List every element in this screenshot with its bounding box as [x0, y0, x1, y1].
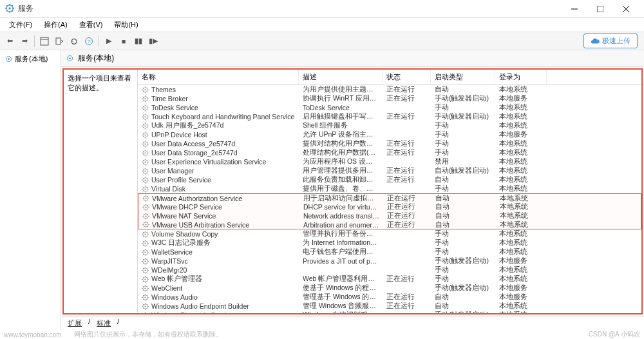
service-row[interactable]: VMware NAT ServiceNetwork address transl…: [138, 211, 641, 220]
svg-point-18: [144, 98, 146, 99]
service-startup: 自动: [431, 85, 495, 94]
service-logon: 本地系统: [495, 302, 547, 311]
service-row[interactable]: Windows Biometric ServiceWindows 生物识别服务.…: [138, 311, 641, 313]
svg-point-16: [144, 89, 146, 90]
service-name: Windows Audio: [138, 293, 299, 301]
content-body: 选择一个项目来查看它的描述。 名称 描述 状态 启动类型 登录为 Themes为…: [62, 68, 643, 315]
show-hide-button[interactable]: [37, 34, 52, 48]
service-row[interactable]: Volume Shadow Copy管理并执行用于备份和其...手动本地系统: [138, 229, 641, 238]
service-startup: 手动: [431, 148, 495, 157]
service-name: Themes: [138, 86, 299, 93]
service-row[interactable]: User Profile Service此服务负责加载和卸载用...正在运行自动…: [138, 175, 641, 184]
gear-icon: [142, 312, 149, 314]
svg-point-34: [144, 170, 146, 171]
restart-button[interactable]: ▮▶: [146, 34, 160, 48]
service-row[interactable]: Web 帐户管理器Web 帐户管理器利用此...正在运行手动本地系统: [138, 275, 641, 284]
service-row[interactable]: WDelMgr20手动本地系统: [138, 266, 641, 275]
service-startup: 手动: [431, 139, 495, 148]
help-button[interactable]: ?: [82, 34, 96, 48]
menu-view[interactable]: 查看(V): [74, 19, 108, 31]
service-desc: 启用触摸键盘和手写面板...: [299, 112, 383, 121]
service-desc: 电子钱包客户端使用的主...: [299, 247, 383, 257]
gear-icon: [142, 186, 149, 193]
minimize-button[interactable]: [562, 0, 587, 18]
column-name[interactable]: 名称: [138, 70, 299, 84]
service-row[interactable]: VMware Authorization Service用于启动和访问虚拟机的.…: [138, 193, 641, 202]
service-row[interactable]: WarpJITSvcProvides a JIT out of pro...手动…: [138, 257, 641, 266]
service-startup: 手动: [431, 121, 495, 130]
service-row[interactable]: Time Broker协调执行 WinRT 应用程...正在运行手动(触发器启动…: [138, 94, 641, 103]
service-status: 正在运行: [383, 293, 431, 302]
list-header: 名称 描述 状态 启动类型 登录为: [138, 70, 641, 85]
window-title: 服务: [18, 3, 33, 14]
maximize-button[interactable]: [587, 0, 613, 18]
service-logon: 本地系统: [496, 202, 547, 211]
service-row[interactable]: Themes为用户提供使用主题管理...正在运行自动本地系统: [138, 85, 641, 94]
service-logon: 本地系统: [495, 148, 547, 157]
service-row[interactable]: VMware USB Arbitration ServiceArbitratio…: [138, 220, 641, 229]
column-status[interactable]: 状态: [383, 70, 431, 84]
menubar: 文件(F) 操作(A) 查看(V) 帮助(H): [0, 18, 644, 32]
service-list[interactable]: 名称 描述 状态 启动类型 登录为 Themes为用户提供使用主题管理...正在…: [138, 70, 641, 313]
close-button[interactable]: [613, 0, 639, 18]
gear-icon: [142, 213, 149, 220]
content-header: 服务(本地): [61, 50, 644, 67]
tab-standard[interactable]: 标准: [94, 318, 113, 329]
upload-button[interactable]: 极速上传: [583, 34, 638, 48]
service-startup: 手动: [431, 266, 495, 275]
service-desc: 协调执行 WinRT 应用程...: [299, 94, 383, 103]
column-logon[interactable]: 登录为: [495, 70, 547, 84]
service-logon: 本地服务: [495, 257, 547, 266]
service-row[interactable]: UPnP Device Host允许 UPnP 设备宿主在此...手动本地服务: [138, 130, 641, 139]
service-row[interactable]: Touch Keyboard and Handwriting Panel Ser…: [138, 112, 641, 121]
refresh-button[interactable]: [67, 34, 81, 48]
service-row[interactable]: User Manager用户管理器提供多用户交...正在运行自动(触发器启动)本…: [138, 166, 641, 175]
service-row[interactable]: Udk 用户服务_2e5747dShell 组件服务手动本地系统: [138, 121, 641, 130]
service-status: 正在运行: [383, 220, 431, 229]
service-desc: 管理基于 Windows 的程...: [299, 293, 383, 302]
service-desc: Provides a JIT out of pro...: [299, 257, 383, 265]
service-logon: 本地系统: [495, 121, 547, 130]
gear-icon: [142, 86, 149, 93]
service-desc: 为 Internet Information S...: [299, 238, 383, 247]
service-status: 正在运行: [383, 194, 431, 203]
service-desc: 为用户提供使用主题管理...: [299, 85, 383, 94]
service-row[interactable]: Windows Audio Endpoint Builder管理 Windows…: [138, 302, 641, 311]
gear-icon: [142, 303, 149, 310]
service-startup: 自动(触发器启动): [431, 166, 495, 175]
service-row[interactable]: W3C 日志记录服务为 Internet Information S...手动本…: [138, 238, 641, 247]
forward-button[interactable]: ➡: [17, 34, 32, 48]
menu-file[interactable]: 文件(F): [4, 19, 37, 31]
service-desc: Web 帐户管理器利用此...: [299, 275, 383, 284]
service-desc: 用于启动和访问虚拟机的...: [299, 194, 383, 203]
export-button[interactable]: [52, 34, 66, 48]
service-row[interactable]: User Data Storage_2e5747d处理结构化用户数据(包...正…: [138, 148, 641, 157]
gear-icon: [142, 195, 149, 202]
service-name: W3C 日志记录服务: [138, 238, 299, 247]
pause-button[interactable]: ▮▮: [131, 34, 146, 48]
column-description[interactable]: 描述: [299, 70, 383, 84]
stop-button[interactable]: ■: [117, 34, 131, 48]
menu-operation[interactable]: 操作(A): [39, 19, 73, 31]
service-startup: 手动: [431, 238, 495, 247]
service-row[interactable]: User Experience Virtualization Service为应…: [138, 157, 641, 166]
service-name: Volume Shadow Copy: [138, 230, 299, 238]
service-row[interactable]: Windows Audio管理基于 Windows 的程...正在运行自动本地服…: [138, 293, 641, 302]
service-row[interactable]: User Data Access_2e5747d提供对结构化用户数据(...正在…: [138, 139, 641, 148]
tab-extended[interactable]: 扩展: [65, 318, 84, 329]
back-button[interactable]: ⬅: [3, 34, 17, 48]
service-row[interactable]: WebClient使基于 Windows 的程序...手动(触发器启动)本地服务: [138, 284, 641, 293]
service-row[interactable]: VMware DHCP ServiceDHCP service for virt…: [138, 202, 641, 211]
service-startup: 手动(触发器启动): [431, 112, 495, 121]
service-startup: 自动: [431, 211, 496, 220]
service-logon: 本地系统: [495, 175, 547, 184]
column-startup[interactable]: 启动类型: [431, 70, 495, 84]
service-row[interactable]: Virtual Disk提供用于磁盘、卷、文件...手动本地系统: [138, 184, 641, 193]
menu-help[interactable]: 帮助(H): [109, 19, 143, 31]
sidebar-item-services[interactable]: 服务(本地): [4, 53, 57, 65]
service-row[interactable]: WalletService电子钱包客户端使用的主...手动本地系统: [138, 247, 641, 257]
start-button[interactable]: ▶: [102, 34, 116, 48]
sidebar-item-label: 服务(本地): [15, 54, 48, 64]
service-row[interactable]: ToDesk ServiceToDesk Service手动本地系统: [138, 103, 641, 112]
service-logon: 本地系统: [495, 238, 547, 247]
